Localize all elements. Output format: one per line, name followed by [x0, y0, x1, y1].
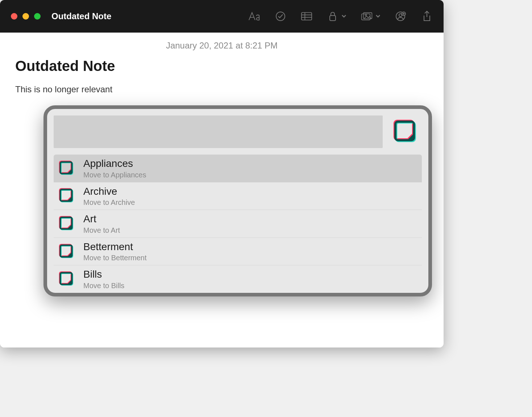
search-input[interactable]: [54, 115, 383, 148]
chevron-down-icon: [375, 13, 381, 20]
command-palette-header: [54, 115, 422, 148]
table-icon[interactable]: [301, 10, 312, 22]
close-window-button[interactable]: [11, 13, 17, 20]
format-text-icon[interactable]: [249, 10, 260, 22]
sticky-note-icon: [57, 159, 76, 178]
sticky-note-icon: [57, 242, 76, 261]
lock-button[interactable]: [327, 10, 346, 22]
add-person-icon[interactable]: [395, 10, 407, 22]
app-sticky-note-icon: [389, 115, 422, 148]
note-content: January 20, 2021 at 8:21 PM Outdated Not…: [0, 33, 444, 348]
result-item[interactable]: Bills Move to Bills: [54, 265, 422, 293]
photos-icon: [361, 10, 373, 22]
result-subtitle: Move to Bills: [83, 281, 124, 290]
command-palette: Appliances Move to Appliances Archive: [43, 105, 432, 296]
result-subtitle: Move to Archive: [83, 198, 135, 207]
sticky-note-icon: [57, 270, 76, 288]
lock-icon: [327, 10, 338, 22]
svg-rect-1: [302, 13, 312, 20]
result-text: Appliances Move to Appliances: [83, 157, 146, 179]
result-title: Bills: [83, 268, 124, 281]
sticky-note-icon: [57, 186, 76, 205]
result-text: Bills Move to Bills: [83, 268, 124, 290]
window-title: Outdated Note: [51, 11, 111, 21]
result-item[interactable]: Appliances Move to Appliances: [54, 155, 422, 182]
chevron-down-icon: [341, 13, 346, 20]
share-icon[interactable]: [421, 10, 433, 22]
sticky-note-icon: [57, 214, 76, 233]
result-item[interactable]: Archive Move to Archive: [54, 182, 422, 210]
maximize-window-button[interactable]: [34, 13, 41, 20]
note-body[interactable]: This is no longer relevant: [15, 84, 428, 94]
minimize-window-button[interactable]: [22, 13, 29, 20]
titlebar: Outdated Note: [0, 0, 444, 33]
result-text: Archive Move to Archive: [83, 185, 135, 207]
result-subtitle: Move to Art: [83, 226, 120, 235]
svg-point-0: [276, 12, 285, 21]
svg-rect-5: [330, 16, 336, 21]
app-window: Outdated Note: [0, 0, 444, 348]
result-text: Betterment Move to Betterment: [83, 241, 147, 262]
svg-point-10: [399, 14, 402, 17]
result-item[interactable]: Art Move to Art: [54, 210, 422, 237]
result-text: Art Move to Art: [83, 213, 120, 235]
note-timestamp: January 20, 2021 at 8:21 PM: [15, 33, 428, 55]
result-item[interactable]: Betterment Move to Betterment: [54, 237, 422, 265]
result-subtitle: Move to Betterment: [83, 253, 147, 262]
result-subtitle: Move to Appliances: [83, 170, 146, 179]
results-list: Appliances Move to Appliances Archive: [54, 155, 422, 293]
checklist-icon[interactable]: [275, 10, 286, 22]
result-title: Art: [83, 213, 120, 225]
note-title[interactable]: Outdated Note: [15, 58, 428, 74]
media-button[interactable]: [361, 10, 381, 22]
toolbar: [249, 10, 433, 22]
svg-point-8: [365, 14, 366, 16]
traffic-lights: [11, 13, 41, 20]
result-title: Appliances: [83, 157, 146, 170]
result-title: Archive: [83, 185, 135, 198]
titlebar-left: Outdated Note: [11, 11, 111, 21]
result-title: Betterment: [83, 241, 147, 253]
